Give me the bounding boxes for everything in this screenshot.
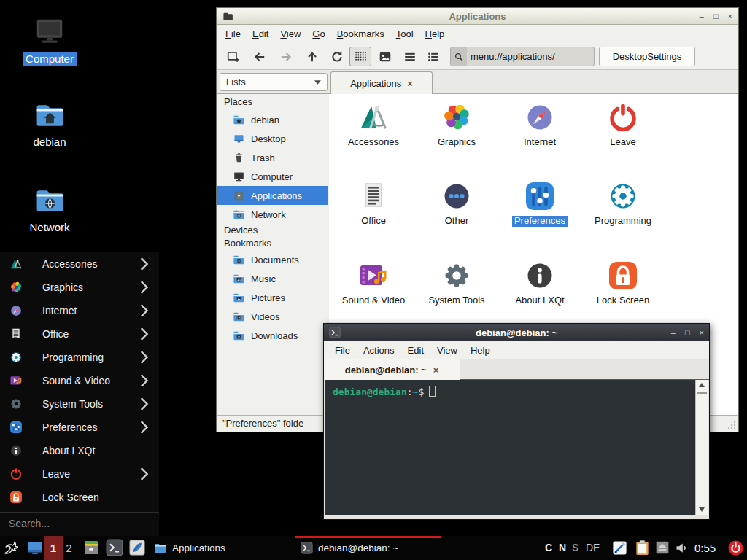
- address-bar[interactable]: menu://applications/: [450, 47, 595, 66]
- tab-applications[interactable]: Applications ×: [330, 71, 433, 94]
- sidebar-item-network[interactable]: Network: [217, 205, 328, 224]
- terminal-content[interactable]: debian@debian:~$: [325, 380, 695, 515]
- back-icon[interactable]: [253, 50, 266, 63]
- close-button[interactable]: ×: [700, 328, 704, 337]
- desktop-settings-button[interactable]: DesktopSettings: [599, 47, 695, 66]
- keyboard-layout[interactable]: DE: [586, 536, 600, 560]
- kbd-indicator-caps[interactable]: C: [545, 536, 552, 560]
- fm-menu-tool[interactable]: Tool: [390, 26, 419, 42]
- file-manager-launcher[interactable]: [82, 539, 100, 556]
- kbd-indicator-num[interactable]: N: [559, 536, 566, 560]
- terminal-titlebar[interactable]: debian@debian: ~ – □ ×: [324, 324, 709, 341]
- menu-search-input[interactable]: Search...: [0, 512, 159, 534]
- fm-toolbar: menu://applications/ DesktopSettings: [217, 43, 738, 70]
- menu-item-sound-video[interactable]: Sound & Video: [0, 369, 159, 392]
- workspace-2-button[interactable]: 2: [63, 536, 75, 560]
- fm-menu-help[interactable]: Help: [419, 26, 451, 42]
- power-button[interactable]: [727, 540, 744, 556]
- scroll-up-icon[interactable]: [699, 383, 705, 387]
- minimize-button[interactable]: –: [671, 328, 676, 337]
- volume-icon[interactable]: [674, 540, 689, 556]
- terminal-scrollbar[interactable]: [695, 380, 708, 515]
- minimize-button[interactable]: –: [700, 12, 704, 20]
- new-tab-icon[interactable]: [227, 50, 240, 63]
- menu-item-system-tools[interactable]: System Tools: [0, 392, 159, 416]
- maximize-button[interactable]: □: [685, 328, 690, 337]
- terminal-menu-actions[interactable]: Actions: [357, 343, 401, 358]
- terminal-menu-help[interactable]: Help: [464, 343, 497, 358]
- fm-titlebar[interactable]: Applications – □ ×: [217, 8, 738, 25]
- terminal-launcher[interactable]: [106, 539, 123, 556]
- desktop-icon-computer[interactable]: Computer: [13, 15, 86, 66]
- sidebar-item-computer[interactable]: Computer: [217, 167, 328, 186]
- fm-menu-go[interactable]: Go: [306, 26, 330, 42]
- menu-item-lock-screen[interactable]: Lock Screen: [0, 486, 159, 509]
- fm-menu-file[interactable]: File: [220, 26, 247, 42]
- menu-item-graphics[interactable]: Graphics: [0, 276, 159, 299]
- icon-view-button[interactable]: [349, 47, 371, 66]
- cat-office-icon: [356, 179, 391, 214]
- forward-icon[interactable]: [279, 50, 293, 63]
- grid-item-preferences[interactable]: Preferences: [498, 179, 581, 254]
- workspace-1-button[interactable]: 1: [44, 536, 63, 560]
- maximize-button[interactable]: □: [713, 12, 719, 20]
- fm-menu-view[interactable]: View: [274, 26, 306, 42]
- up-icon[interactable]: [306, 50, 319, 63]
- reload-icon[interactable]: [330, 50, 344, 63]
- taskbar-task-applications[interactable]: Applications: [147, 536, 293, 560]
- clipboard-tray-icon[interactable]: [634, 540, 651, 556]
- sidebar-item-trash[interactable]: Trash: [217, 148, 328, 167]
- menu-item-preferences[interactable]: Preferences: [0, 416, 159, 439]
- taskbar-task-terminal[interactable]: debian@debian: ~: [295, 536, 441, 560]
- clock[interactable]: 0:55: [694, 536, 716, 560]
- tab-close-icon[interactable]: ×: [433, 365, 439, 376]
- sidebar-item-videos[interactable]: Videos: [217, 307, 328, 326]
- menu-item-office[interactable]: Office: [0, 322, 159, 346]
- grid-item-office[interactable]: Office: [332, 179, 415, 254]
- terminal-menu-file[interactable]: File: [328, 343, 357, 358]
- tab-close-icon[interactable]: ×: [407, 78, 413, 89]
- menu-item-programming[interactable]: Programming: [0, 346, 159, 369]
- lists-dropdown[interactable]: Lists: [220, 73, 328, 91]
- resize-grip[interactable]: [727, 421, 736, 429]
- menu-item-label: Sound & Video: [42, 375, 110, 386]
- terminal-tab[interactable]: debian@debian: ~ ×: [324, 359, 460, 380]
- grid-item-internet[interactable]: Internet: [498, 100, 581, 176]
- app-menu-button[interactable]: [3, 539, 21, 557]
- close-button[interactable]: ×: [728, 12, 732, 20]
- sidebar-item-downloads[interactable]: Downloads: [217, 326, 328, 345]
- grid-item-graphics[interactable]: Graphics: [415, 100, 498, 176]
- removable-media-tray-icon[interactable]: [655, 540, 670, 555]
- desktop-icon-debian[interactable]: debian: [13, 100, 86, 149]
- thumbnail-view-icon[interactable]: [379, 50, 392, 63]
- featherpad-launcher[interactable]: [128, 539, 146, 556]
- fm-menu-edit[interactable]: Edit: [247, 26, 274, 42]
- grid-item-leave[interactable]: Leave: [581, 100, 665, 176]
- screenshot-tray-icon[interactable]: [611, 540, 628, 556]
- scroll-slider[interactable]: [697, 392, 707, 394]
- desktop-monitor-icon: [233, 133, 245, 145]
- scroll-down-icon[interactable]: [699, 508, 705, 512]
- compact-view-icon[interactable]: [403, 50, 417, 63]
- grid-item-programming[interactable]: Programming: [581, 179, 665, 254]
- menu-item-accessories[interactable]: Accessories: [0, 252, 159, 276]
- terminal-menu-view[interactable]: View: [430, 343, 464, 358]
- terminal-menu-edit[interactable]: Edit: [401, 343, 430, 358]
- sidebar-item-applications[interactable]: Applications: [217, 186, 328, 205]
- menu-item-about-lxqt[interactable]: About LXQt: [0, 439, 159, 462]
- sidebar-item-desktop[interactable]: Desktop: [217, 129, 328, 148]
- grid-item-other[interactable]: Other: [415, 179, 498, 254]
- fm-menu-bookmarks[interactable]: Bookmarks: [331, 26, 390, 42]
- folder-pictures-icon: [233, 292, 245, 304]
- menu-item-leave[interactable]: Leave: [0, 462, 159, 486]
- sidebar-item-debian[interactable]: debian: [217, 110, 328, 129]
- show-desktop-button[interactable]: [26, 540, 44, 556]
- sidebar-item-music[interactable]: Music: [217, 269, 328, 288]
- sidebar-item-documents[interactable]: Documents: [217, 250, 328, 269]
- kbd-indicator-scroll[interactable]: S: [572, 536, 578, 560]
- desktop-icon-network[interactable]: Network: [13, 185, 86, 235]
- sidebar-item-pictures[interactable]: Pictures: [217, 288, 328, 307]
- menu-item-internet[interactable]: Internet: [0, 299, 159, 322]
- grid-item-accessories[interactable]: Accessories: [332, 100, 415, 176]
- detailed-view-icon[interactable]: [427, 50, 440, 63]
